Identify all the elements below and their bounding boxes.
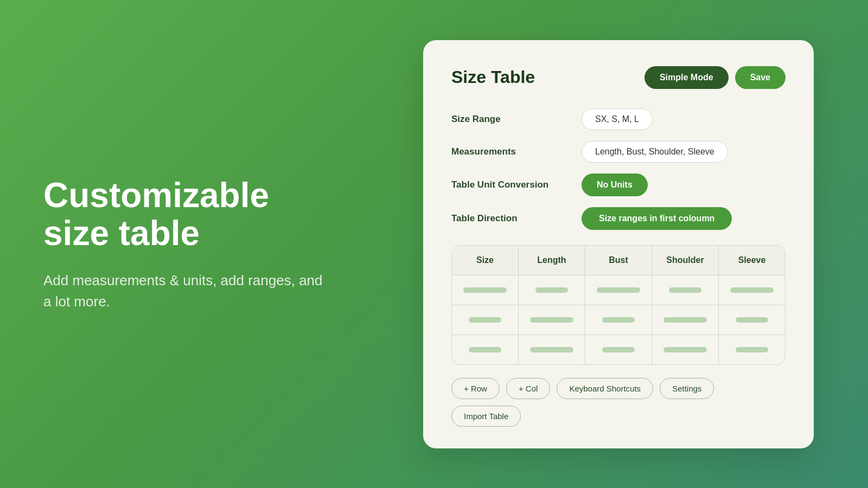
size-range-row: Size Range SX, S, M, L [451,108,786,130]
placeholder [736,347,768,352]
placeholder [463,287,507,293]
size-range-label: Size Range [451,114,582,125]
placeholder [602,347,635,352]
cell[interactable] [652,305,719,335]
col-length: Length [518,246,585,275]
col-bust: Bust [585,246,652,275]
cell[interactable] [452,275,518,305]
table-row[interactable] [452,335,785,364]
cell[interactable] [585,335,652,364]
table-unit-conversion-label: Table Unit Conversion [451,179,582,190]
table-direction-row: Table Direction Size ranges in first col… [451,207,786,230]
size-table-card: Size Table Simple Mode Save Size Range S… [423,40,814,448]
placeholder [530,347,573,352]
placeholder [663,317,707,323]
cell[interactable] [452,305,518,335]
col-shoulder: Shoulder [652,246,719,275]
cell[interactable] [652,275,719,305]
hero-heading: Customizable size table [43,176,326,253]
size-range-value[interactable]: SX, S, M, L [582,108,653,130]
save-button[interactable]: Save [735,66,786,89]
measurements-value[interactable]: Length, Bust, Shoulder, Sleeve [582,141,728,163]
placeholder [469,347,501,352]
add-row-button[interactable]: + Row [451,378,500,399]
card-header: Size Table Simple Mode Save [451,66,786,89]
col-sleeve: Sleeve [719,246,785,275]
header-buttons: Simple Mode Save [644,66,786,89]
cell[interactable] [518,275,585,305]
hero-subtext: Add measurements & units, add ranges, an… [43,269,326,312]
bottom-actions: + Row + Col Keyboard Shortcuts Settings … [451,378,786,427]
table-unit-conversion-row: Table Unit Conversion No Units [451,174,786,196]
placeholder [669,287,701,293]
cell[interactable] [518,305,585,335]
placeholder [602,317,635,323]
data-table: Size Length Bust Shoulder Sleeve [452,246,785,364]
table-row[interactable] [452,275,785,305]
cell[interactable] [585,275,652,305]
cell[interactable] [518,335,585,364]
table-row[interactable] [452,305,785,335]
add-col-button[interactable]: + Col [506,378,550,399]
cell[interactable] [652,335,719,364]
left-panel: Customizable size table Add measurements… [43,176,326,312]
card-title: Size Table [451,67,535,87]
placeholder [535,287,568,293]
measurements-label: Measurements [451,146,582,157]
cell[interactable] [719,275,785,305]
form-section: Size Range SX, S, M, L Measurements Leng… [451,108,786,230]
simple-mode-button[interactable]: Simple Mode [644,66,729,89]
settings-button[interactable]: Settings [660,378,714,399]
cell[interactable] [719,335,785,364]
cell[interactable] [452,335,518,364]
placeholder [597,287,640,293]
cell[interactable] [585,305,652,335]
import-table-button[interactable]: Import Table [451,406,521,427]
placeholder [530,317,573,323]
placeholder [736,317,768,323]
placeholder [663,347,707,352]
table-header-row: Size Length Bust Shoulder Sleeve [452,246,785,275]
col-size: Size [452,246,518,275]
table-direction-value[interactable]: Size ranges in first coloumn [582,207,732,230]
cell[interactable] [719,305,785,335]
measurements-row: Measurements Length, Bust, Shoulder, Sle… [451,141,786,163]
table-direction-label: Table Direction [451,213,582,224]
placeholder [469,317,501,323]
placeholder [730,287,774,293]
size-table: Size Length Bust Shoulder Sleeve [451,245,786,365]
table-unit-conversion-value[interactable]: No Units [582,174,648,196]
keyboard-shortcuts-button[interactable]: Keyboard Shortcuts [557,378,653,399]
